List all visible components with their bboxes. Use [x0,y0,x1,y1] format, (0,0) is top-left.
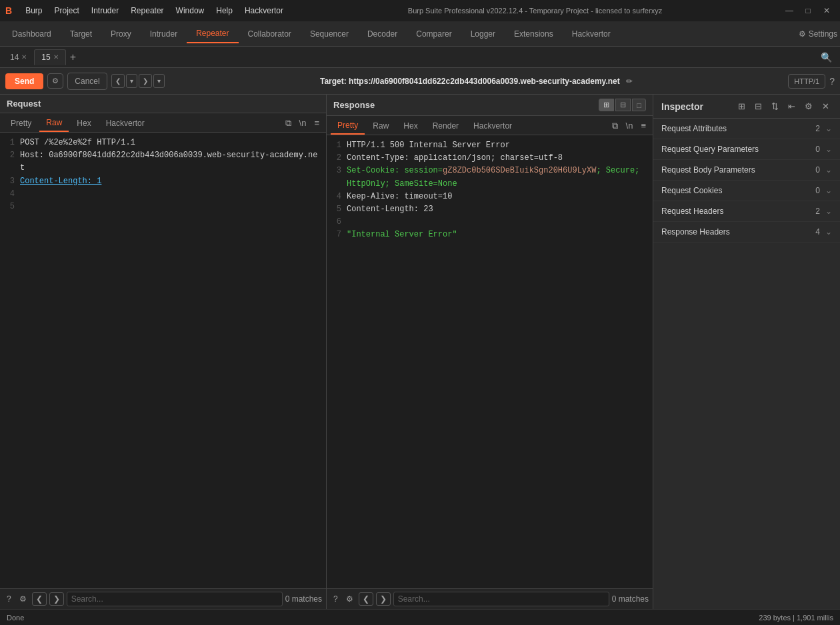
response-tab-raw[interactable]: Raw [366,118,395,134]
repeater-tab-15[interactable]: 15 ✕ [34,49,65,65]
inspector-query-params[interactable]: Request Query Parameters 0 ⌄ [653,139,840,160]
tab-intruder[interactable]: Intruder [141,25,187,43]
request-search-input[interactable] [67,592,283,606]
menu-burp[interactable]: Burp [20,3,47,18]
response-panel-tabs: Pretty Raw Hex Render Hackvertor ⧉ \n ≡ [327,116,653,135]
add-tab-button[interactable]: + [66,51,80,63]
status-bar: Done 239 bytes | 1,901 millis [0,609,840,625]
response-title: Response [333,100,375,110]
response-tab-render[interactable]: Render [426,118,465,134]
request-code-area[interactable]: 1 POST /%2e%2e%2f HTTP/1.1 2 Host: 0a690… [0,133,326,588]
tab-sequencer[interactable]: Sequencer [301,25,358,43]
response-search-settings-icon[interactable]: ⚙ [343,593,356,605]
response-code-area[interactable]: 1 HTTP/1.1 500 Internal Server Error 2 C… [327,135,653,588]
next-button[interactable]: ❯ [139,74,152,88]
request-tab-pretty[interactable]: Pretty [4,115,38,131]
response-copy-icon[interactable]: ⧉ [609,119,621,133]
view-horizontal-btn[interactable]: ⊟ [615,99,631,111]
help-button[interactable]: ? [829,76,835,87]
response-line-4: 4 Keep-Alive: timeout=10 [331,191,649,203]
request-line-1: 1 POST /%2e%2e%2f HTTP/1.1 [4,137,322,149]
send-button[interactable]: Send [5,73,43,89]
response-help-icon[interactable]: ? [331,593,341,605]
request-tab-hex[interactable]: Hex [70,115,97,131]
settings-button[interactable]: ⚙ Settings [799,29,837,39]
tab-repeater[interactable]: Repeater [187,25,238,43]
response-tab-hackvertor[interactable]: Hackvertor [467,118,519,134]
menu-hackvertor[interactable]: Hackvertor [239,3,289,18]
edit-target-icon[interactable]: ✏ [626,77,633,86]
response-tab-pretty[interactable]: Pretty [331,117,365,135]
request-match-count: 0 matches [285,594,322,604]
response-line-7: 7 "Internal Server Error" [331,229,649,241]
settings-gear-button[interactable]: ⚙ [47,73,63,89]
response-search-prev[interactable]: ❮ [359,592,373,606]
next-dropdown[interactable]: ▾ [153,74,165,88]
tab-logger[interactable]: Logger [461,25,505,43]
settings-label: Settings [809,29,837,39]
response-search-input[interactable] [393,592,609,606]
request-copy-icon[interactable]: ⧉ [283,117,294,130]
inspector-response-headers[interactable]: Response Headers 4 ⌄ [653,222,840,243]
repeater-tab-15-close[interactable]: ✕ [53,53,59,61]
request-search-next[interactable]: ❯ [49,592,64,606]
request-tab-raw[interactable]: Raw [39,115,69,132]
maximize-button[interactable]: □ [800,4,816,17]
request-tab-hackvertor[interactable]: Hackvertor [99,115,151,131]
tab-comparer[interactable]: Comparer [407,25,461,43]
search-repeater-icon[interactable]: 🔍 [821,52,832,63]
request-response-area: Request Pretty Raw Hex Hackvertor ⧉ \n ≡… [0,95,840,609]
tab-decoder[interactable]: Decoder [358,25,407,43]
tab-proxy[interactable]: Proxy [101,25,141,43]
inspector-request-cookies[interactable]: Request Cookies 0 ⌄ [653,181,840,201]
inspector-body-params[interactable]: Request Body Parameters 0 ⌄ [653,160,840,181]
response-search-bar: ? ⚙ ❮ ❯ 0 matches [327,588,653,609]
inspector-view-btn-2[interactable]: ⊟ [752,100,765,113]
tab-target[interactable]: Target [61,25,101,43]
menu-repeater[interactable]: Repeater [125,3,169,18]
repeater-tab-14[interactable]: 14 ✕ [3,49,34,65]
response-search-next[interactable]: ❯ [376,592,391,606]
cancel-button[interactable]: Cancel [67,73,107,90]
request-search-prev[interactable]: ❮ [32,592,47,606]
request-line-2: 2 Host: 0a6900f8041dd622c2db443d006a0039… [4,149,322,175]
inspector-settings-icon[interactable]: ⚙ [802,100,815,113]
request-menu-icon[interactable]: ≡ [311,117,322,130]
view-split-btn[interactable]: ⊞ [599,99,614,111]
inspector-view-btn-1[interactable]: ⊞ [735,100,748,113]
repeater-tab-14-close[interactable]: ✕ [21,53,27,61]
view-vertical-btn[interactable]: □ [632,99,646,111]
tab-hackvertor[interactable]: Hackvertor [563,25,620,43]
status-right-text: 239 bytes | 1,901 millis [759,614,833,622]
menu-project[interactable]: Project [49,3,84,18]
inspector-collapse-icon[interactable]: ⇤ [785,100,798,113]
menu-window[interactable]: Window [171,3,210,18]
tab-extensions[interactable]: Extensions [505,25,563,43]
inspector-sort-icon[interactable]: ⇅ [769,100,781,113]
repeater-tab-15-label: 15 [41,53,50,62]
chevron-down-icon: ⌄ [825,124,832,133]
http-version-button[interactable]: HTTP/1 [788,74,825,89]
tab-dashboard[interactable]: Dashboard [3,25,61,43]
tab-collaborator[interactable]: Collaborator [239,25,301,43]
response-line-6: 6 [331,216,649,229]
prev-button[interactable]: ❮ [111,74,125,88]
response-panel-icons: ⧉ \n ≡ [609,119,649,133]
close-button[interactable]: ✕ [819,4,835,17]
response-newline-icon[interactable]: \n [623,119,636,133]
request-panel-icons: ⧉ \n ≡ [283,117,322,130]
status-left-text: Done [7,614,759,622]
prev-dropdown[interactable]: ▾ [126,74,137,88]
menu-help[interactable]: Help [211,3,238,18]
inspector-request-headers[interactable]: Request Headers 2 ⌄ [653,201,840,222]
request-help-icon[interactable]: ? [4,593,14,605]
menu-intruder[interactable]: Intruder [86,3,124,18]
response-menu-icon[interactable]: ≡ [638,119,649,133]
inspector-request-attributes[interactable]: Request Attributes 2 ⌄ [653,119,840,139]
request-search-settings-icon[interactable]: ⚙ [17,593,29,605]
request-newline-icon[interactable]: \n [297,117,309,130]
minimize-button[interactable]: — [781,4,797,17]
target-url: Target: https://0a6900f8041dd622c2db443d… [169,77,785,86]
response-tab-hex[interactable]: Hex [397,118,424,134]
inspector-close-icon[interactable]: ✕ [819,100,832,113]
